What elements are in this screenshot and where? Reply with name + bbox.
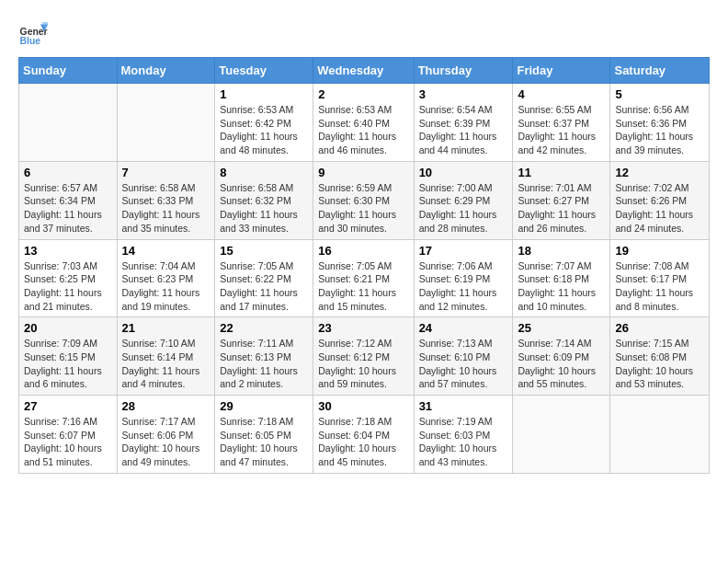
calendar-day-26: 26Sunrise: 7:15 AMSunset: 6:08 PMDayligh… (610, 317, 710, 396)
day-number: 19 (615, 244, 704, 258)
calendar-day-5: 5Sunrise: 6:56 AMSunset: 6:36 PMDaylight… (610, 84, 710, 162)
day-info: Sunrise: 7:00 AMSunset: 6:29 PMDaylight:… (419, 181, 508, 236)
calendar-day-12: 12Sunrise: 7:02 AMSunset: 6:26 PMDayligh… (610, 161, 710, 239)
calendar-day-8: 8Sunrise: 6:58 AMSunset: 6:32 PMDaylight… (215, 161, 313, 239)
day-info: Sunrise: 6:56 AMSunset: 6:36 PMDaylight:… (615, 103, 704, 157)
day-number: 1 (220, 87, 308, 101)
empty-day-cell (117, 84, 215, 162)
day-number: 15 (220, 244, 308, 258)
day-info: Sunrise: 7:17 AMSunset: 6:06 PMDaylight:… (122, 415, 210, 469)
day-info: Sunrise: 7:13 AMSunset: 6:10 PMDaylight:… (419, 337, 508, 391)
day-info: Sunrise: 7:08 AMSunset: 6:17 PMDaylight:… (615, 259, 704, 314)
day-number: 26 (615, 321, 704, 335)
day-info: Sunrise: 7:15 AMSunset: 6:08 PMDaylight:… (615, 337, 704, 391)
day-number: 5 (615, 87, 704, 101)
weekday-header-monday: Monday (117, 58, 215, 84)
day-number: 25 (518, 321, 605, 335)
day-info: Sunrise: 6:53 AMSunset: 6:42 PMDaylight:… (220, 103, 308, 157)
svg-text:Blue: Blue (20, 36, 41, 46)
calendar-day-15: 15Sunrise: 7:05 AMSunset: 6:22 PMDayligh… (215, 239, 313, 317)
day-info: Sunrise: 7:16 AMSunset: 6:07 PMDaylight:… (24, 415, 112, 469)
day-number: 20 (24, 321, 112, 335)
day-info: Sunrise: 7:14 AMSunset: 6:09 PMDaylight:… (518, 337, 605, 391)
day-info: Sunrise: 7:11 AMSunset: 6:13 PMDaylight:… (220, 337, 308, 391)
day-number: 3 (419, 87, 508, 101)
weekday-header-saturday: Saturday (610, 58, 710, 84)
calendar-day-11: 11Sunrise: 7:01 AMSunset: 6:27 PMDayligh… (513, 161, 610, 239)
logo-icon: General Blue (18, 18, 48, 48)
day-info: Sunrise: 7:07 AMSunset: 6:18 PMDaylight:… (518, 259, 605, 314)
calendar-day-9: 9Sunrise: 6:59 AMSunset: 6:30 PMDaylight… (313, 161, 414, 239)
day-number: 14 (122, 244, 210, 258)
calendar-day-25: 25Sunrise: 7:14 AMSunset: 6:09 PMDayligh… (513, 317, 610, 396)
day-number: 24 (419, 321, 508, 335)
empty-day-cell (610, 396, 710, 474)
day-info: Sunrise: 7:03 AMSunset: 6:25 PMDaylight:… (24, 259, 112, 314)
calendar-day-29: 29Sunrise: 7:18 AMSunset: 6:05 PMDayligh… (215, 396, 313, 474)
day-info: Sunrise: 6:55 AMSunset: 6:37 PMDaylight:… (518, 103, 605, 157)
day-info: Sunrise: 7:04 AMSunset: 6:23 PMDaylight:… (122, 259, 210, 314)
day-number: 13 (24, 244, 112, 258)
day-info: Sunrise: 6:58 AMSunset: 6:32 PMDaylight:… (220, 181, 308, 236)
day-info: Sunrise: 7:19 AMSunset: 6:03 PMDaylight:… (419, 415, 508, 469)
day-number: 17 (419, 244, 508, 258)
day-info: Sunrise: 6:57 AMSunset: 6:34 PMDaylight:… (24, 181, 112, 236)
weekday-header-row: SundayMondayTuesdayWednesdayThursdayFrid… (19, 58, 710, 84)
calendar-day-21: 21Sunrise: 7:10 AMSunset: 6:14 PMDayligh… (117, 317, 215, 396)
calendar-week-row: 13Sunrise: 7:03 AMSunset: 6:25 PMDayligh… (19, 239, 710, 317)
day-info: Sunrise: 7:01 AMSunset: 6:27 PMDaylight:… (518, 181, 605, 236)
day-info: Sunrise: 7:05 AMSunset: 6:21 PMDaylight:… (318, 259, 408, 314)
day-number: 21 (122, 321, 210, 335)
calendar-day-28: 28Sunrise: 7:17 AMSunset: 6:06 PMDayligh… (117, 396, 215, 474)
day-number: 9 (318, 166, 408, 179)
day-info: Sunrise: 7:10 AMSunset: 6:14 PMDaylight:… (122, 337, 210, 391)
day-number: 23 (318, 321, 408, 335)
day-number: 27 (24, 399, 112, 413)
day-info: Sunrise: 7:18 AMSunset: 6:05 PMDaylight:… (220, 415, 308, 469)
calendar-day-7: 7Sunrise: 6:58 AMSunset: 6:33 PMDaylight… (117, 161, 215, 239)
empty-day-cell (19, 84, 118, 162)
logo: General Blue (18, 18, 48, 48)
calendar-day-18: 18Sunrise: 7:07 AMSunset: 6:18 PMDayligh… (513, 239, 610, 317)
calendar-week-row: 6Sunrise: 6:57 AMSunset: 6:34 PMDaylight… (19, 161, 710, 239)
day-number: 7 (122, 166, 210, 179)
day-number: 22 (220, 321, 308, 335)
day-info: Sunrise: 6:54 AMSunset: 6:39 PMDaylight:… (419, 103, 508, 157)
weekday-header-tuesday: Tuesday (215, 58, 313, 84)
calendar-day-30: 30Sunrise: 7:18 AMSunset: 6:04 PMDayligh… (313, 396, 414, 474)
day-info: Sunrise: 7:05 AMSunset: 6:22 PMDaylight:… (220, 259, 308, 314)
calendar-day-6: 6Sunrise: 6:57 AMSunset: 6:34 PMDaylight… (19, 161, 118, 239)
calendar-week-row: 27Sunrise: 7:16 AMSunset: 6:07 PMDayligh… (19, 396, 710, 474)
day-info: Sunrise: 6:59 AMSunset: 6:30 PMDaylight:… (318, 181, 408, 236)
day-number: 11 (518, 166, 605, 179)
day-number: 8 (220, 166, 308, 179)
day-number: 30 (318, 399, 408, 413)
calendar-day-22: 22Sunrise: 7:11 AMSunset: 6:13 PMDayligh… (215, 317, 313, 396)
calendar-day-23: 23Sunrise: 7:12 AMSunset: 6:12 PMDayligh… (313, 317, 414, 396)
day-number: 18 (518, 244, 605, 258)
calendar-day-1: 1Sunrise: 6:53 AMSunset: 6:42 PMDaylight… (215, 84, 313, 162)
weekday-header-friday: Friday (513, 58, 610, 84)
calendar-week-row: 1Sunrise: 6:53 AMSunset: 6:42 PMDaylight… (19, 84, 710, 162)
calendar-week-row: 20Sunrise: 7:09 AMSunset: 6:15 PMDayligh… (19, 317, 710, 396)
day-number: 16 (318, 244, 408, 258)
calendar-day-31: 31Sunrise: 7:19 AMSunset: 6:03 PMDayligh… (414, 396, 513, 474)
weekday-header-wednesday: Wednesday (313, 58, 414, 84)
calendar-day-3: 3Sunrise: 6:54 AMSunset: 6:39 PMDaylight… (414, 84, 513, 162)
calendar-day-16: 16Sunrise: 7:05 AMSunset: 6:21 PMDayligh… (313, 239, 414, 317)
day-number: 28 (122, 399, 210, 413)
day-number: 31 (419, 399, 508, 413)
calendar-day-27: 27Sunrise: 7:16 AMSunset: 6:07 PMDayligh… (19, 396, 118, 474)
calendar-day-10: 10Sunrise: 7:00 AMSunset: 6:29 PMDayligh… (414, 161, 513, 239)
day-info: Sunrise: 7:12 AMSunset: 6:12 PMDaylight:… (318, 337, 408, 391)
header: General Blue (18, 18, 710, 48)
empty-day-cell (513, 396, 610, 474)
calendar-day-13: 13Sunrise: 7:03 AMSunset: 6:25 PMDayligh… (19, 239, 118, 317)
day-number: 4 (518, 87, 605, 101)
day-number: 2 (318, 87, 408, 101)
day-info: Sunrise: 7:02 AMSunset: 6:26 PMDaylight:… (615, 181, 704, 236)
day-number: 6 (24, 166, 112, 179)
day-info: Sunrise: 7:09 AMSunset: 6:15 PMDaylight:… (24, 337, 112, 391)
calendar-day-19: 19Sunrise: 7:08 AMSunset: 6:17 PMDayligh… (610, 239, 710, 317)
calendar-day-4: 4Sunrise: 6:55 AMSunset: 6:37 PMDaylight… (513, 84, 610, 162)
